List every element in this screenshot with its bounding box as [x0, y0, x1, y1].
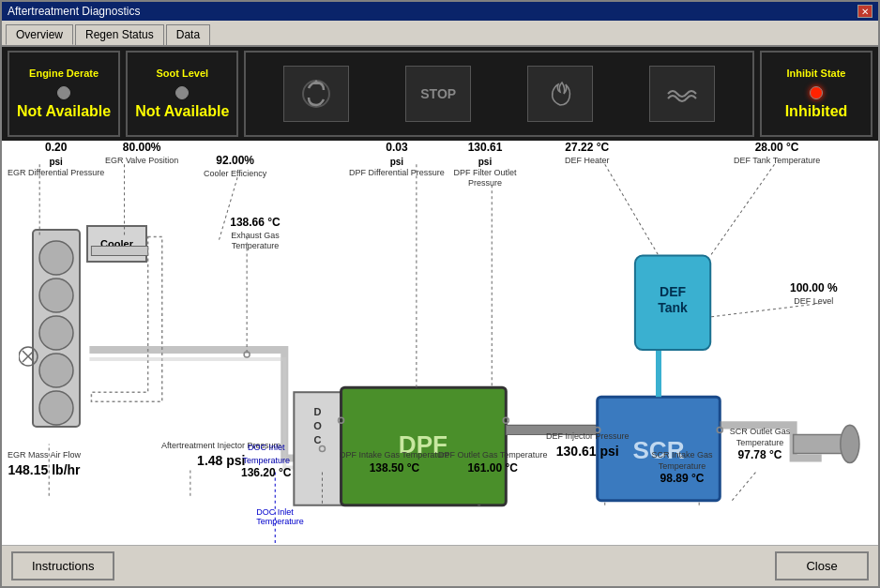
def-tank-temp-label: 28.00 °C DEF Tank Temperature: [734, 141, 820, 166]
svg-text:C: C: [313, 434, 321, 445]
stop-label: STOP: [420, 86, 456, 101]
engine-derate-label: Engine Derate: [29, 68, 99, 79]
def-heater-label: 27.22 °C DEF Heater: [565, 141, 610, 166]
inhibit-state-indicator: [810, 86, 823, 99]
icon-panel: STOP: [244, 51, 754, 137]
egr-diff-pressure-label: 0.20 psi EGR Differential Pressure: [8, 141, 104, 178]
dpf-intake-gas-temp-label: DPF Intake Gas Temperature 138.50 °C: [340, 450, 449, 475]
svg-point-40: [244, 352, 250, 357]
soot-level-value: Not Available: [135, 103, 229, 120]
engine-svg: [19, 225, 89, 431]
svg-point-4: [39, 279, 73, 312]
soot-level-label: Soot Level: [156, 68, 208, 79]
svg-point-0: [303, 81, 329, 107]
svg-point-42: [339, 417, 344, 423]
svg-point-3: [39, 241, 73, 275]
dpf-diff-pressure-label: 0.03 psi DPF Differential Pressure: [349, 141, 445, 178]
svg-text:O: O: [313, 420, 322, 431]
cooler-efficiency-label: 92.00% Cooler Efficiency: [204, 154, 266, 179]
svg-text:Tank: Tank: [658, 300, 688, 315]
svg-point-5: [39, 316, 73, 350]
window-title: Aftertreatment Diagnostics: [8, 5, 140, 18]
def-injector-pressure-label: DEF Injector Pressure 130.61 psi: [546, 431, 630, 460]
tab-data[interactable]: Data: [166, 24, 210, 45]
wavy-icon: [663, 75, 701, 113]
titlebar: Aftertreatment Diagnostics ✕: [2, 2, 878, 21]
tab-overview[interactable]: Overview: [6, 24, 73, 45]
svg-text:D: D: [313, 406, 321, 417]
svg-line-36: [732, 473, 755, 501]
svg-line-30: [710, 164, 774, 255]
pipe-svg: D O C DPF SCR DEF Tank: [2, 141, 878, 545]
engine-derate-box: Engine Derate Not Available: [8, 51, 120, 137]
egr-valve-position-label: 80.00% EGR Valve Position: [105, 141, 178, 166]
exhaust-gas-temp-label: 138.66 °C Exhaust Gas Temperature: [208, 216, 302, 252]
svg-point-19: [841, 425, 859, 462]
svg-rect-15: [341, 387, 507, 505]
svg-point-43: [503, 417, 508, 423]
inhibit-state-box: Inhibit State Inhibited: [760, 51, 872, 137]
scr-intake-gas-temp-label: SCR Intake Gas Temperature 98.89 °C: [640, 450, 724, 487]
wavy-icon-btn[interactable]: [649, 66, 715, 122]
scr-outlet-gas-temp-label: SCR Outlet Gas Temperature 97.78 °C: [713, 427, 807, 463]
svg-point-41: [319, 445, 325, 451]
engine-derate-value: Not Available: [17, 103, 111, 120]
inhibit-state-value: Inhibited: [785, 103, 848, 120]
main-content: Engine Derate Not Available Soot Level N…: [2, 47, 878, 586]
svg-line-29: [605, 164, 659, 255]
def-level-label: 100.00 % DEF Level: [790, 281, 838, 307]
flame-icon-btn[interactable]: [527, 66, 593, 122]
svg-rect-11: [294, 392, 342, 505]
stop-icon-btn[interactable]: STOP: [405, 66, 471, 122]
instructions-button[interactable]: Instructions: [11, 551, 114, 580]
svg-rect-20: [635, 256, 710, 350]
regen-icon-btn[interactable]: [283, 66, 349, 122]
status-bar: Engine Derate Not Available Soot Level N…: [2, 47, 878, 141]
dpf-outlet-gas-temp-label: DPF Outlet Gas Temperature 161.00 °C: [438, 450, 547, 475]
cooler-component: Cooler: [86, 225, 147, 263]
soot-level-indicator: [175, 86, 189, 99]
tab-regen-status[interactable]: Regen Status: [75, 24, 164, 45]
engine-derate-indicator: [57, 86, 70, 99]
svg-point-7: [39, 391, 73, 425]
svg-text:DOC Inlet: DOC Inlet: [256, 507, 294, 517]
svg-text:Temperature: Temperature: [256, 517, 304, 526]
svg-text:DEF: DEF: [660, 284, 687, 299]
main-window: Aftertreatment Diagnostics ✕ Overview Re…: [0, 0, 880, 588]
egr-mass-air-flow-label: EGR Mass Air Flow 148.15 lb/hr: [8, 450, 81, 478]
flame-icon: [541, 75, 579, 113]
tab-bar: Overview Regen Status Data: [2, 21, 878, 47]
soot-level-box: Soot Level Not Available: [126, 51, 238, 137]
inhibit-state-label: Inhibit State: [787, 68, 846, 79]
window-close-button[interactable]: ✕: [857, 5, 872, 18]
close-button[interactable]: Close: [775, 551, 869, 580]
diagram-area: 0.20 psi EGR Differential Pressure 80.00…: [2, 141, 878, 545]
footer: Instructions Close: [2, 545, 878, 586]
svg-point-6: [39, 354, 73, 387]
dpf-filter-outlet-pressure-label: 130.61 psi DPF Filter Outlet Pressure: [443, 141, 527, 189]
doc-inlet-temp-label: DOC InletTemperature 136.20 °C: [241, 441, 292, 481]
regen-icon: [297, 75, 335, 113]
